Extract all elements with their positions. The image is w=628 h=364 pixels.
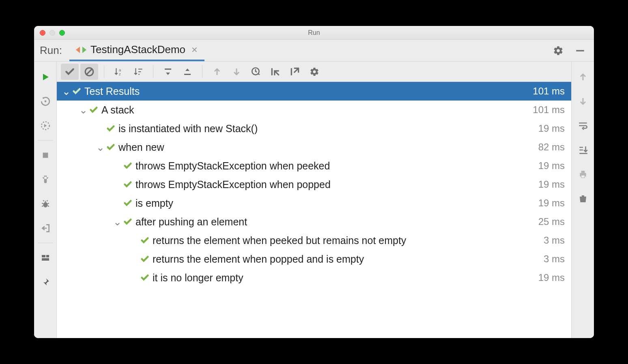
svg-rect-17	[581, 171, 585, 173]
soft-wrap-icon[interactable]	[575, 118, 591, 134]
pin-button[interactable]	[37, 274, 54, 290]
chevron-down-icon[interactable]: ⌄	[78, 104, 88, 116]
tree-row-time: 3 ms	[544, 235, 565, 246]
tree-row[interactable]: ⌄ after pushing an element 25 ms	[57, 212, 571, 231]
settings-icon[interactable]	[551, 43, 566, 58]
print-icon[interactable]	[575, 166, 591, 182]
rerun-failed-button[interactable]	[37, 118, 54, 134]
hide-icon[interactable]	[573, 43, 587, 58]
show-ignored-button[interactable]	[80, 64, 98, 80]
test-settings-button[interactable]	[305, 64, 323, 80]
tree-row-time: 3 ms	[544, 253, 565, 265]
chevron-down-icon[interactable]: ⌄	[61, 86, 71, 97]
expand-all-button[interactable]	[159, 64, 177, 80]
tree-row[interactable]: returns the element when popped and is e…	[57, 250, 571, 268]
svg-rect-14	[184, 74, 191, 75]
tree-row-root[interactable]: ⌄ Test Results 101 ms	[57, 82, 571, 101]
left-gutter	[34, 62, 57, 338]
stop-button[interactable]	[37, 147, 54, 163]
tree-row-time: 19 ms	[538, 179, 565, 190]
tree-row-label: throws EmptyStackException when popped	[133, 179, 538, 191]
tree-row-label: when new	[116, 141, 538, 153]
svg-point-4	[44, 176, 47, 179]
tree-row-time: 19 ms	[538, 197, 565, 209]
scroll-down-icon[interactable]	[575, 93, 591, 109]
collapse-all-button[interactable]	[179, 64, 196, 80]
scroll-to-end-icon[interactable]	[575, 142, 591, 158]
tree-row-label: A stack	[99, 104, 533, 116]
layout-button[interactable]	[37, 250, 54, 266]
dump-threads-button[interactable]	[37, 171, 54, 188]
check-icon	[71, 87, 82, 96]
run-prefix-label: Run:	[37, 44, 69, 57]
run-config-tab[interactable]: TestingAStackDemo ✕	[69, 40, 204, 61]
run-window: Run Run: TestingAStackDemo ✕	[34, 26, 594, 338]
svg-rect-3	[43, 153, 48, 158]
sort-alphabetically-button[interactable]: az	[110, 64, 128, 80]
svg-rect-7	[46, 255, 49, 257]
run-config-icon	[76, 46, 86, 54]
tree-row[interactable]: it is no longer empty 19 ms	[57, 268, 571, 287]
tree-row-label: is empty	[133, 197, 538, 209]
rerun-button[interactable]	[37, 69, 54, 85]
tree-row-label: after pushing an element	[133, 216, 538, 228]
tree-row[interactable]: ⌄ A stack 101 ms	[57, 101, 571, 119]
check-icon	[123, 217, 133, 226]
run-config-tab-label: TestingAStackDemo	[90, 43, 185, 56]
svg-rect-13	[165, 69, 171, 70]
chevron-down-icon[interactable]: ⌄	[112, 216, 123, 228]
sort-by-duration-button[interactable]	[129, 64, 147, 80]
tree-row-label: throws EmptyStackException when peeked	[133, 160, 538, 172]
exit-button[interactable]	[37, 220, 54, 236]
import-tests-button[interactable]	[267, 64, 284, 80]
tabbar: Run: TestingAStackDemo ✕	[34, 40, 594, 62]
clear-all-icon[interactable]	[575, 191, 591, 207]
check-icon	[123, 180, 133, 189]
svg-rect-8	[42, 258, 49, 261]
main-panel: az	[57, 62, 571, 338]
right-gutter	[571, 62, 594, 338]
svg-point-5	[43, 202, 47, 208]
check-icon	[140, 273, 150, 282]
tree-row-time: 19 ms	[538, 160, 565, 171]
tree-row-label: returns the element when popped and is e…	[150, 253, 544, 265]
next-failed-button[interactable]	[228, 64, 245, 80]
test-history-button[interactable]	[247, 64, 265, 80]
test-results-tree[interactable]: ⌄ Test Results 101 ms ⌄ A stack 101 ms	[57, 82, 571, 338]
svg-rect-6	[42, 255, 45, 257]
toggle-auto-test-button[interactable]	[37, 93, 54, 109]
svg-line-10	[87, 69, 92, 74]
tree-row[interactable]: returns the element when peeked but rema…	[57, 231, 571, 250]
check-icon	[123, 161, 133, 170]
tree-row-label: Test Results	[82, 86, 533, 97]
tree-row-time: 101 ms	[533, 86, 565, 97]
previous-failed-button[interactable]	[208, 64, 226, 80]
chevron-down-icon[interactable]: ⌄	[95, 141, 105, 153]
check-icon	[123, 199, 133, 208]
tree-row[interactable]: throws EmptyStackException when popped 1…	[57, 175, 571, 194]
svg-text:z: z	[119, 71, 121, 76]
tree-row[interactable]: throws EmptyStackException when peeked 1…	[57, 156, 571, 175]
tree-row-time: 19 ms	[538, 123, 565, 134]
close-tab-icon[interactable]: ✕	[189, 45, 198, 55]
tree-row-time: 82 ms	[538, 141, 565, 153]
scroll-up-icon[interactable]	[575, 69, 591, 85]
svg-rect-18	[581, 175, 585, 178]
tree-row-label: returns the element when peeked but rema…	[150, 235, 544, 246]
check-icon	[140, 236, 150, 245]
window-title: Run	[34, 29, 594, 36]
tree-row-label: it is no longer empty	[150, 272, 538, 284]
tree-row[interactable]: ⌄ when new 82 ms	[57, 138, 571, 156]
tree-row-time: 19 ms	[538, 272, 565, 283]
test-toolbar: az	[57, 62, 571, 82]
check-icon	[105, 124, 116, 133]
check-icon	[88, 105, 99, 114]
show-passed-button[interactable]	[61, 64, 79, 80]
tree-row[interactable]: is instantiated with new Stack() 19 ms	[57, 119, 571, 138]
tree-row-time: 101 ms	[533, 104, 565, 116]
export-tests-button[interactable]	[286, 64, 304, 80]
debug-button[interactable]	[37, 196, 54, 212]
tree-row[interactable]: is empty 19 ms	[57, 194, 571, 212]
tree-row-time: 25 ms	[538, 216, 565, 227]
check-icon	[140, 255, 150, 263]
